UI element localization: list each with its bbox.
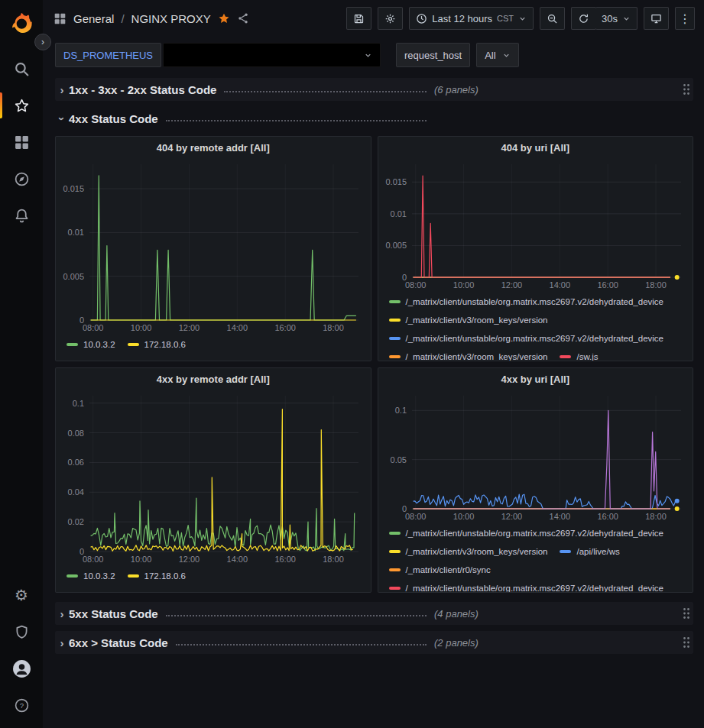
refresh-interval-picker[interactable]: 30s xyxy=(595,7,637,30)
svg-text:18:00: 18:00 xyxy=(323,555,344,564)
refresh-button[interactable] xyxy=(571,7,596,30)
favorite-star-icon[interactable] xyxy=(218,12,230,24)
chart-404-by-remote-addr[interactable]: 00.0050.010.01508:0010:0012:0014:0016:00… xyxy=(56,158,371,334)
breadcrumb-dashboard-title[interactable]: NGINX PROXY xyxy=(131,12,211,25)
breadcrumb: General / NGINX PROXY xyxy=(54,12,249,25)
panel-title[interactable]: 404 by uri [All] xyxy=(378,137,693,158)
help-icon[interactable]: ? xyxy=(0,688,43,722)
sidebar-expand-button[interactable]: › xyxy=(34,34,51,50)
legend-item[interactable]: /_matrix/client/v3/room_keys/version xyxy=(389,352,548,361)
chart-4xx-by-uri[interactable]: 00.050.108:0010:0012:0014:0016:0018:00 xyxy=(378,390,693,523)
clock-icon xyxy=(416,13,427,24)
svg-text:?: ? xyxy=(19,701,23,710)
time-range-picker[interactable]: Last 12 hours CST xyxy=(409,7,534,30)
save-dashboard-button[interactable] xyxy=(346,7,371,30)
series-label: /_matrix/client/v3/room_keys/version xyxy=(406,315,548,325)
chevron-right-icon: › xyxy=(55,83,69,96)
legend-item[interactable]: /sw.js xyxy=(560,352,598,361)
share-icon[interactable] xyxy=(237,12,249,24)
svg-text:14:00: 14:00 xyxy=(549,280,570,290)
row-title: 6xx > Status Code xyxy=(69,636,168,649)
dashboards-icon[interactable] xyxy=(0,125,43,159)
settings-gear-icon[interactable]: ⚙ xyxy=(0,578,43,612)
chevron-down-icon xyxy=(502,51,511,60)
panel-404-by-remote-addr: 404 by remote addr [All] 00.0050.010.015… xyxy=(55,136,371,361)
variable-label-ds-prometheus[interactable]: DS_PROMETHEUS xyxy=(55,43,161,67)
variable-label-request-host[interactable]: request_host xyxy=(396,43,470,67)
chevron-right-icon: › xyxy=(55,636,69,649)
series-color-mark xyxy=(389,300,401,303)
row-dots xyxy=(166,120,427,121)
legend-item[interactable]: 10.0.3.2 xyxy=(67,571,115,581)
tv-mode-button[interactable] xyxy=(644,7,669,30)
legend-item[interactable]: 172.18.0.6 xyxy=(128,340,186,349)
legend-item[interactable]: /_matrix/client/r0/sync xyxy=(389,565,491,574)
search-icon[interactable] xyxy=(0,52,43,86)
svg-text:0.06: 0.06 xyxy=(68,458,84,467)
variable-value-request-host[interactable]: All xyxy=(476,43,518,67)
series-color-mark xyxy=(389,568,401,571)
svg-text:18:00: 18:00 xyxy=(323,323,344,332)
panel-grid-4xx: 404 by remote addr [All] 00.0050.010.015… xyxy=(55,136,693,593)
svg-text:16:00: 16:00 xyxy=(274,323,296,332)
svg-text:10:00: 10:00 xyxy=(453,280,474,290)
series-label: /_matrix/client/r0/sync xyxy=(406,565,491,574)
row-dots xyxy=(224,91,427,92)
svg-text:18:00: 18:00 xyxy=(645,512,667,521)
legend-item[interactable]: /_matrix/client/unstable/org.matrix.msc2… xyxy=(389,297,664,306)
chart-4xx-by-remote-addr[interactable]: 00.020.040.060.080.108:0010:0012:0014:00… xyxy=(56,390,371,565)
svg-text:0.005: 0.005 xyxy=(63,272,84,281)
legend-item[interactable]: /_matrix/client/v3/room_keys/version xyxy=(389,315,548,325)
svg-text:08:00: 08:00 xyxy=(404,512,426,521)
row-dots xyxy=(166,615,427,616)
svg-text:0.04: 0.04 xyxy=(68,487,84,497)
legend-item[interactable]: 10.0.3.2 xyxy=(67,340,115,349)
legend-item[interactable]: /_matrix/client/unstable/org.matrix.msc2… xyxy=(389,584,664,592)
grafana-logo-icon xyxy=(10,11,33,34)
svg-text:10:00: 10:00 xyxy=(131,323,152,332)
legend-item[interactable]: /_matrix/client/v3/room_keys/version xyxy=(389,547,548,556)
legend-item[interactable]: 172.18.0.6 xyxy=(128,571,186,581)
row-title: 5xx Status Code xyxy=(69,607,158,620)
series-label: /_matrix/client/v3/room_keys/version xyxy=(406,547,548,556)
variable-value-ds-prometheus[interactable] xyxy=(163,43,381,67)
alerting-bell-icon[interactable] xyxy=(0,199,43,232)
more-options-kebab[interactable]: ⋮ xyxy=(675,7,695,30)
series-label: 10.0.3.2 xyxy=(83,340,115,349)
explore-compass-icon[interactable] xyxy=(0,162,43,196)
row-title: 1xx - 3xx - 2xx Status Code xyxy=(69,83,216,96)
row-panel-count: (2 panels) xyxy=(434,637,479,649)
panel-title[interactable]: 4xx by uri [All] xyxy=(378,368,693,390)
row-header-4xx[interactable]: › 4xx Status Code xyxy=(55,107,693,130)
server-admin-shield-icon[interactable] xyxy=(0,615,43,649)
legend-item[interactable]: /_matrix/client/unstable/org.matrix.msc2… xyxy=(389,334,664,343)
legend-4xx-by-remote-addr: 10.0.3.2172.18.0.6 xyxy=(56,565,371,592)
starred-nav-icon[interactable] xyxy=(0,89,43,122)
legend-item[interactable]: /api/live/ws xyxy=(560,547,619,556)
dashboard-settings-button[interactable] xyxy=(378,7,403,30)
series-label: /_matrix/client/v3/room_keys/version xyxy=(406,352,548,361)
svg-text:12:00: 12:00 xyxy=(501,280,522,290)
svg-text:18:00: 18:00 xyxy=(645,280,667,290)
svg-text:16:00: 16:00 xyxy=(597,280,618,290)
panel-title[interactable]: 404 by remote addr [All] xyxy=(56,137,371,158)
gear-icon xyxy=(384,13,396,24)
chart-404-by-uri[interactable]: 00.0050.010.01508:0010:0012:0014:0016:00… xyxy=(378,158,693,291)
series-color-mark xyxy=(389,337,401,340)
svg-text:14:00: 14:00 xyxy=(549,512,570,521)
grafana-logo[interactable] xyxy=(0,8,43,38)
legend-item[interactable]: /_matrix/client/unstable/org.matrix.msc2… xyxy=(389,529,664,538)
row-drag-handle[interactable] xyxy=(680,607,693,620)
row-header-6xx[interactable]: › 6xx > Status Code (2 panels) xyxy=(55,631,693,654)
panel-title[interactable]: 4xx by remote addr [All] xyxy=(56,368,371,390)
row-header-5xx[interactable]: › 5xx Status Code (4 panels) xyxy=(55,602,693,625)
row-header-1xx-3xx-2xx[interactable]: › 1xx - 3xx - 2xx Status Code (6 panels) xyxy=(55,78,693,101)
row-drag-handle[interactable] xyxy=(680,83,693,95)
breadcrumb-folder[interactable]: General xyxy=(73,12,114,25)
topbar: General / NGINX PROXY Last 12 hours CST xyxy=(43,0,704,37)
zoom-out-button[interactable] xyxy=(540,7,565,30)
series-label: 172.18.0.6 xyxy=(144,340,186,349)
row-drag-handle[interactable] xyxy=(680,636,693,649)
user-avatar[interactable] xyxy=(0,652,43,685)
series-color-mark xyxy=(389,319,401,322)
